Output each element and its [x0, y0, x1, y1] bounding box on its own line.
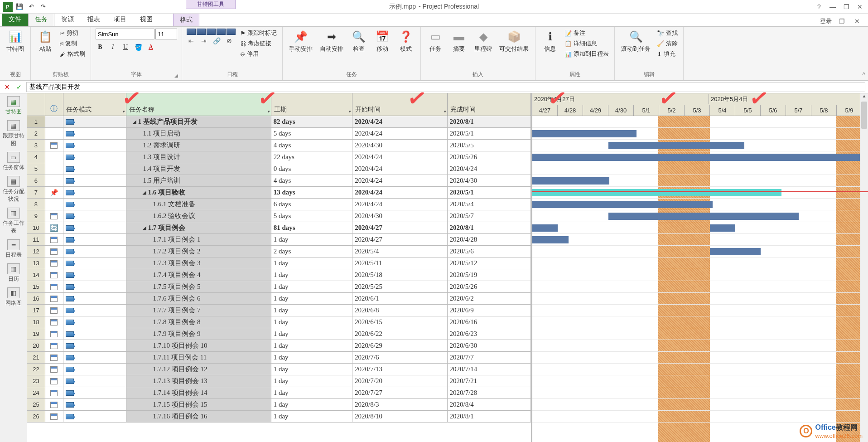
row-number[interactable]: 3	[27, 140, 45, 151]
gantt-row[interactable]	[532, 116, 868, 128]
cell-start[interactable]: 2020/4/24	[352, 199, 447, 210]
viewbar-usage[interactable]: ▤任务分配状况	[0, 176, 27, 203]
cell-name[interactable]: 1.6.1 文档准备	[126, 199, 271, 210]
move-button[interactable]: 📅移动	[372, 29, 392, 54]
gantt-bar[interactable]	[608, 213, 799, 220]
font-size-input[interactable]	[155, 29, 177, 39]
gantt-row[interactable]	[532, 222, 868, 234]
notes-button[interactable]: 📝备注	[564, 29, 610, 38]
cell-finish[interactable]: 2020/5/7	[448, 210, 531, 222]
cell-name[interactable]: 1.2 需求调研	[126, 140, 271, 151]
cell-mode[interactable]	[63, 199, 127, 210]
scroll-up-icon[interactable]: ▲	[860, 93, 868, 101]
cell-finish[interactable]: 2020/5/5	[448, 140, 531, 151]
cell-mode[interactable]	[63, 328, 127, 340]
row-number[interactable]: 20	[27, 340, 45, 351]
cell-finish[interactable]: 2020/5/4	[448, 199, 531, 210]
cell-finish[interactable]: 2020/5/1	[448, 187, 531, 198]
cell-mode[interactable]	[63, 364, 127, 375]
table-row[interactable]: 61.5 用户培训4 days2020/4/242020/4/30	[27, 175, 531, 187]
gantt-bar[interactable]	[532, 154, 868, 161]
cell-start[interactable]: 2020/4/27	[352, 222, 447, 233]
gantt-row[interactable]	[532, 352, 868, 364]
table-row[interactable]: 221.7.12 项目例会 121 day2020/7/132020/7/14	[27, 364, 531, 375]
cell-mode[interactable]	[63, 316, 127, 328]
cell-finish[interactable]: 2020/6/30	[448, 340, 531, 351]
cell-info[interactable]	[45, 128, 63, 139]
cell-finish[interactable]: 2020/7/28	[448, 387, 531, 398]
table-row[interactable]: 141.7.4 项目例会 41 day2020/5/182020/5/19	[27, 269, 531, 281]
cell-name[interactable]: ◢1 基线产品项目开发	[126, 116, 271, 127]
cell-start[interactable]: 2020/4/27	[352, 234, 447, 245]
cell-info[interactable]	[45, 352, 63, 363]
table-row[interactable]: 111.7.1 项目例会 11 day2020/4/272020/4/28	[27, 234, 531, 246]
tracking-button[interactable]: ⚑跟踪时标记	[239, 29, 278, 38]
cell-mode[interactable]	[63, 163, 127, 175]
cell-name[interactable]: 1.7.6 项目例会 6	[126, 293, 271, 304]
cell-name[interactable]: 1.7.1 项目例会 1	[126, 234, 271, 245]
italic-button[interactable]: I	[108, 43, 117, 52]
cell-name[interactable]: 1.7.9 项目例会 9	[126, 328, 271, 340]
cell-info[interactable]	[45, 163, 63, 175]
manual-schedule-button[interactable]: 📌手动安排	[287, 29, 314, 54]
cell-finish[interactable]: 2020/5/19	[448, 269, 531, 281]
row-number[interactable]: 24	[27, 387, 45, 398]
viewbar-calendar[interactable]: ▦日历	[7, 263, 20, 283]
cell-info[interactable]	[45, 140, 63, 151]
cell-mode[interactable]	[63, 375, 127, 387]
gantt-row[interactable]	[532, 375, 868, 387]
gantt-row[interactable]	[532, 281, 868, 293]
gantt-bar[interactable]	[532, 236, 569, 243]
find-button[interactable]: 🔭查找	[656, 29, 679, 38]
cell-finish[interactable]: 2020/7/14	[448, 364, 531, 375]
gantt-row[interactable]	[532, 293, 868, 305]
cell-info[interactable]	[45, 175, 63, 186]
cell-info[interactable]	[45, 387, 63, 398]
cell-finish[interactable]: 2020/4/24	[448, 163, 531, 175]
cell-duration[interactable]: 4 days	[271, 175, 353, 186]
cell-start[interactable]: 2020/5/25	[352, 281, 447, 292]
cell-finish[interactable]: 2020/5/1	[448, 128, 531, 139]
cell-start[interactable]: 2020/4/24	[352, 128, 447, 139]
cell-info[interactable]	[45, 257, 63, 269]
cell-info[interactable]	[45, 269, 63, 281]
cell-info[interactable]	[45, 151, 63, 163]
table-row[interactable]: 201.7.10 项目例会 101 day2020/6/292020/6/30	[27, 340, 531, 352]
cell-info[interactable]	[45, 399, 63, 410]
app-logo-icon[interactable]: P	[3, 2, 13, 12]
font-name-input[interactable]	[96, 29, 154, 39]
cell-duration[interactable]: 6 days	[271, 199, 352, 210]
cell-name[interactable]: 1.4 项目开发	[126, 163, 271, 175]
tab-report[interactable]: 报表	[81, 13, 107, 26]
cell-duration[interactable]: 4 days	[271, 140, 353, 151]
cell-mode[interactable]	[63, 187, 127, 198]
cell-start[interactable]: 2020/6/15	[352, 316, 447, 328]
insert-summary-button[interactable]: ▬摘要	[449, 29, 469, 54]
cell-duration[interactable]: 2 days	[271, 246, 352, 257]
collapse-icon[interactable]: ◢	[143, 190, 146, 195]
cell-duration[interactable]: 1 day	[271, 281, 352, 292]
cell-duration[interactable]: 1 day	[271, 269, 352, 281]
cell-mode[interactable]	[63, 411, 127, 422]
cell-name[interactable]: 1.1 项目启动	[126, 128, 271, 139]
save-icon[interactable]: 💾	[14, 2, 24, 12]
tab-view[interactable]: 视图	[133, 13, 159, 26]
cell-info[interactable]	[45, 210, 63, 222]
cell-duration[interactable]: 1 day	[271, 316, 352, 328]
table-row[interactable]: 211.7.11 项目例会 111 day2020/7/62020/7/7	[27, 352, 531, 364]
cell-mode[interactable]	[63, 281, 127, 292]
col-name[interactable]: 任务名称▾	[126, 93, 271, 116]
cell-start[interactable]: 2020/4/24	[352, 187, 447, 198]
table-row[interactable]: 191.7.9 项目例会 91 day2020/6/222020/6/23	[27, 328, 531, 340]
details-button[interactable]: 📋详细信息	[564, 39, 610, 48]
viewbar-network[interactable]: ◧网络图	[5, 287, 22, 307]
cell-name[interactable]: ◢1.6 项目验收	[126, 187, 271, 198]
chevron-down-icon[interactable]: ▾	[349, 109, 351, 114]
cell-finish[interactable]: 2020/8/1	[448, 411, 531, 422]
row-number[interactable]: 13	[27, 257, 45, 269]
cell-duration[interactable]: 1 day	[271, 257, 352, 269]
cell-finish[interactable]: 2020/4/30	[448, 175, 531, 186]
insert-milestone-button[interactable]: ◆里程碑	[473, 29, 494, 54]
chevron-down-icon[interactable]: ▾	[268, 109, 270, 114]
gantt-body[interactable]	[532, 116, 868, 442]
